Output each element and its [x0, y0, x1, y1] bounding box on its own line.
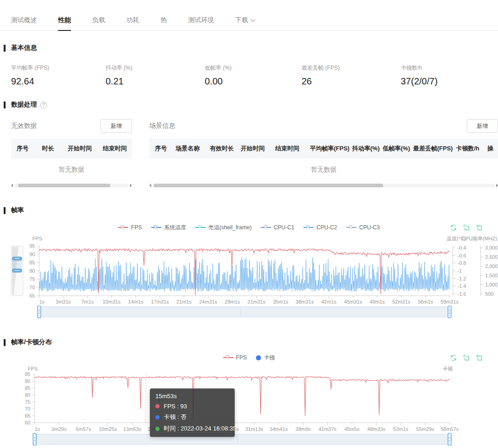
section-marker	[4, 207, 6, 214]
svg-text:80: 80	[25, 392, 30, 398]
tab-label: 负载	[92, 16, 105, 24]
svg-text:59m31s: 59m31s	[440, 299, 459, 305]
stutter-chart-block: FPS卡顿 FPS卡顿95908580757065601s3m29s6m57s1…	[0, 350, 498, 446]
invalid-data-scrollbar	[11, 183, 132, 188]
add-invalid-data-button[interactable]: 新增	[101, 119, 132, 133]
metric-label: 低帧率 (%)	[205, 64, 302, 72]
svg-text:21m1s: 21m1s	[177, 299, 192, 305]
legend-item-壳温(shell_frame)[interactable]: 壳温(shell_frame)	[196, 224, 252, 232]
scene-info-panel: 场景信息 新增 序号场景名称有效时长开始时间结束时间平均帧率(FPS)抖动率(%…	[149, 119, 498, 188]
svg-text:7m1s: 7m1s	[81, 299, 94, 305]
tab-热[interactable]: 热	[160, 16, 167, 30]
legend-item-CPU-C1[interactable]: CPU-C1	[261, 224, 295, 231]
zoom-back-icon[interactable]	[475, 224, 483, 232]
column-header: 抖动率(%)	[347, 144, 377, 153]
legend-item-系统温度[interactable]: 系统温度	[151, 224, 186, 232]
tooltip-text: FPS : 93	[164, 403, 187, 410]
restore-icon[interactable]	[450, 354, 457, 362]
svg-text:56m1s: 56m1s	[418, 299, 433, 305]
tooltip-text: 时间 : 2022-03-24 16:08:35	[164, 424, 237, 433]
legend-line-circle-icon	[346, 225, 356, 230]
legend-label: FPS	[236, 354, 247, 361]
tab-测试环境[interactable]: 测试环境	[188, 16, 214, 30]
legend-item-CPU-C3[interactable]: CPU-C3	[346, 224, 380, 231]
section-marker	[4, 102, 6, 108]
legend-item-CPU-C2[interactable]: CPU-C2	[303, 224, 337, 231]
scroll-left-arrow[interactable]	[149, 184, 151, 187]
svg-text:42m1s: 42m1s	[321, 299, 337, 305]
tab-label: 热	[160, 16, 167, 24]
restore-icon[interactable]	[450, 224, 457, 232]
zoom-select-icon[interactable]	[462, 354, 470, 362]
datazoom-handle-left[interactable]	[33, 433, 36, 445]
tab-下载[interactable]: 下载	[235, 16, 255, 30]
fps-chart-plot[interactable]: FPS959085807570651s3m31s7m1s10m31s14m1s1…	[0, 235, 498, 319]
legend-label: 系统温度	[164, 224, 186, 232]
svg-text:3,000: 3,000	[485, 245, 498, 251]
svg-text:10m25s: 10m25s	[99, 426, 117, 432]
scroll-track[interactable]	[14, 184, 129, 187]
datazoom-handle-right[interactable]	[448, 306, 451, 318]
scroll-left-arrow[interactable]	[11, 184, 13, 187]
svg-text:38m31s: 38m31s	[296, 299, 314, 305]
zoom-back-icon[interactable]	[475, 354, 483, 362]
svg-text:17m31s: 17m31s	[151, 299, 169, 305]
stutter-chart-plot[interactable]: FPS卡顿95908580757065601s3m29s6m57s10m25s1…	[0, 365, 498, 446]
legend-line-circle-icon	[118, 225, 128, 230]
svg-text:85: 85	[25, 385, 30, 391]
legend-dot-icon	[256, 355, 261, 360]
datazoom-handle-right[interactable]	[448, 433, 451, 445]
question-circle-icon[interactable]: ?	[40, 102, 47, 108]
svg-text:FPS: FPS	[28, 366, 37, 371]
legend-line-circle-icon	[303, 225, 314, 230]
zoom-select-icon[interactable]	[462, 224, 470, 232]
svg-text:49m1s: 49m1s	[369, 299, 385, 305]
scroll-thumb[interactable]	[18, 184, 110, 187]
column-header: 开始时间	[235, 144, 270, 153]
metric-value: 0.21	[106, 76, 205, 87]
tab-负载[interactable]: 负载	[92, 16, 105, 30]
datazoom-horizontal-track[interactable]	[39, 307, 450, 317]
datazoom-handle-left[interactable]	[38, 306, 41, 318]
datazoom-horizontal-track[interactable]	[35, 434, 450, 444]
tab-测试概述[interactable]: 测试概述	[11, 16, 37, 30]
svg-text:卡顿: 卡顿	[442, 366, 453, 371]
tooltip-dot-icon	[155, 415, 160, 419]
svg-text:75: 75	[25, 399, 30, 405]
legend-line-circle-icon	[223, 355, 233, 360]
scroll-thumb[interactable]	[154, 184, 383, 187]
svg-text:2,500: 2,500	[485, 254, 498, 260]
stutter-chart-toolbox	[450, 354, 483, 362]
scroll-right-arrow[interactable]	[496, 184, 498, 187]
scene-info-empty-text: 暂无数据	[149, 159, 498, 180]
chart-tooltip: 15m53s FPS : 93卡顿 : 否时间 : 2022-03-24 16:…	[150, 388, 235, 437]
legend-item-卡顿[interactable]: 卡顿	[256, 354, 275, 362]
svg-text:-1.4: -1.4	[457, 283, 466, 289]
svg-text:55m29s: 55m29s	[416, 426, 434, 432]
svg-text:58m57s: 58m57s	[440, 426, 459, 432]
tab-label: 性能	[58, 16, 71, 24]
metric-value: 92.64	[11, 76, 106, 87]
section-title: 数据处理	[11, 101, 37, 109]
metric-value: 0.00	[205, 76, 302, 87]
legend-line-circle-icon	[261, 225, 271, 230]
scroll-track[interactable]	[153, 184, 495, 187]
svg-text:1,000: 1,000	[485, 282, 498, 287]
fps-chart-legend: FPS系统温度壳温(shell_frame)CPU-C1CPU-C2CPU-C3	[118, 224, 379, 232]
legend-line-circle-icon	[196, 225, 206, 230]
legend-item-FPS[interactable]: FPS	[118, 224, 142, 231]
metric-value: 37(2/0/7)	[401, 76, 438, 87]
legend-item-FPS[interactable]: FPS	[223, 354, 247, 361]
svg-text:80: 80	[30, 268, 35, 274]
section-marker	[4, 45, 6, 52]
svg-text:70: 70	[25, 406, 30, 412]
svg-text:1s: 1s	[35, 426, 40, 432]
svg-text:14m1s: 14m1s	[128, 299, 144, 305]
add-scene-button[interactable]: 新增	[467, 119, 498, 133]
scene-info-table-header: 序号场景名称有效时长开始时间结束时间平均帧率(FPS)抖动率(%)低帧率(%)最…	[149, 138, 498, 159]
svg-text:13m53s: 13m53s	[123, 426, 142, 432]
tab-性能[interactable]: 性能	[58, 16, 71, 31]
column-header: 序号	[11, 144, 36, 153]
metric-label: 平均帧率 (FPS)	[11, 64, 106, 72]
tab-功耗[interactable]: 功耗	[126, 16, 139, 30]
